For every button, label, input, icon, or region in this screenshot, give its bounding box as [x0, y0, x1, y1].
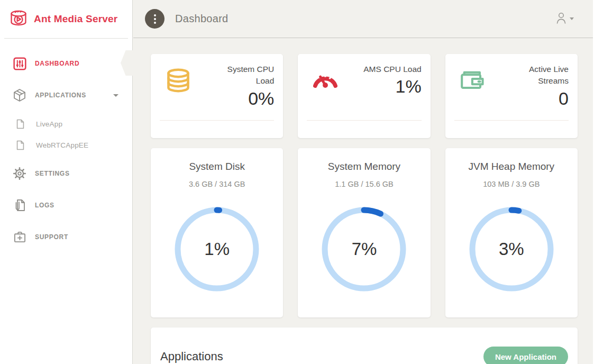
sidebar-item-dashboard[interactable]: DASHBOARD — [0, 56, 132, 71]
sidebar-item-webrtcappee[interactable]: WebRTCAppEE — [0, 138, 132, 152]
gauge-subtitle: 3.6 GB / 314 GB — [151, 180, 283, 188]
logo-text: Ant Media Server — [34, 13, 117, 25]
system-memory-gauge: 7% — [319, 204, 409, 294]
support-icon — [13, 230, 26, 244]
chevron-down-icon[interactable] — [113, 94, 118, 97]
file-icon — [15, 140, 25, 150]
stat-title: Active Live Streams — [503, 63, 569, 87]
sidebar-item-logs[interactable]: LOGS — [0, 197, 132, 213]
package-icon — [13, 88, 26, 102]
stat-value: 0 — [503, 88, 569, 109]
gauge-percent-label: 3% — [467, 204, 556, 294]
stat-cards-row: System CPU Load 0% — [151, 54, 578, 138]
database-icon — [164, 67, 193, 95]
card-jvm-heap-memory: JVM Heap Memory 103 MB / 3.9 GB 3% — [445, 148, 578, 317]
file-icon — [15, 119, 25, 129]
sidebar-item-label: DASHBOARD — [35, 60, 79, 67]
user-menu[interactable] — [555, 12, 574, 26]
chevron-down-icon — [570, 17, 574, 20]
applications-section: Applications New Application — [151, 327, 578, 364]
page-title: Dashboard — [175, 13, 229, 25]
dashboard-content: System CPU Load 0% — [133, 38, 594, 364]
jvm-heap-gauge: 3% — [467, 204, 556, 294]
logs-icon — [13, 198, 26, 212]
logo[interactable]: Ant Media Server — [0, 0, 132, 38]
sidebar-item-support[interactable]: SUPPORT — [0, 229, 132, 245]
sidebar: Ant Media Server DASHBOARD — [0, 0, 133, 364]
new-application-button[interactable]: New Application — [483, 347, 568, 364]
card-ams-cpu-load: AMS CPU Load 1% — [298, 54, 430, 138]
dashboard-sliders-icon — [13, 57, 26, 70]
sidebar-item-label: SUPPORT — [35, 233, 68, 241]
gauge-percent-label: 1% — [172, 204, 262, 294]
gear-icon — [13, 167, 26, 180]
card-system-disk: System Disk 3.6 GB / 314 GB 1% — [151, 148, 283, 317]
sidebar-item-label: LiveApp — [36, 120, 62, 128]
gauge-percent-label: 7% — [319, 204, 409, 294]
wallet-icon — [459, 67, 487, 95]
card-system-cpu-load: System CPU Load 0% — [151, 54, 283, 138]
gauge-subtitle: 103 MB / 3.9 GB — [445, 180, 578, 188]
gauge-cards-row: System Disk 3.6 GB / 314 GB 1% System Me… — [151, 148, 578, 317]
sidebar-item-label: APPLICATIONS — [35, 92, 86, 99]
stat-title: AMS CPU Load — [363, 63, 421, 75]
main-area: Dashboard — [133, 0, 594, 364]
speedometer-icon — [311, 67, 340, 95]
kebab-menu-button[interactable] — [145, 9, 165, 29]
card-divider — [454, 120, 569, 121]
sidebar-item-applications[interactable]: APPLICATIONS — [0, 87, 132, 103]
card-active-live-streams: Active Live Streams 0 — [445, 54, 578, 138]
user-icon — [555, 12, 567, 26]
card-divider — [160, 120, 274, 121]
gauge-title: System Disk — [151, 161, 283, 172]
gauge-title: System Memory — [298, 161, 430, 172]
card-divider — [307, 120, 421, 121]
sidebar-item-label: SETTINGS — [35, 170, 70, 177]
sidebar-item-liveapp[interactable]: LiveApp — [0, 117, 132, 131]
sidebar-item-label: WebRTCAppEE — [36, 141, 88, 149]
system-disk-gauge: 1% — [172, 204, 262, 294]
gauge-subtitle: 1.1 GB / 15.6 GB — [298, 180, 430, 188]
stat-title: System CPU Load — [208, 63, 274, 87]
ant-media-logo-icon — [8, 10, 29, 29]
kebab-menu-icon — [154, 14, 156, 24]
sidebar-item-label: LOGS — [35, 202, 54, 209]
stat-value: 0% — [208, 88, 274, 109]
sidebar-nav: DASHBOARD APPLICATIONS LiveAp — [0, 39, 132, 245]
stat-value: 1% — [363, 76, 421, 97]
card-system-memory: System Memory 1.1 GB / 15.6 GB 7% — [298, 148, 430, 317]
page-header: Dashboard — [133, 0, 594, 38]
sidebar-item-settings[interactable]: SETTINGS — [0, 166, 132, 181]
applications-title: Applications — [160, 350, 223, 363]
gauge-title: JVM Heap Memory — [445, 161, 578, 172]
